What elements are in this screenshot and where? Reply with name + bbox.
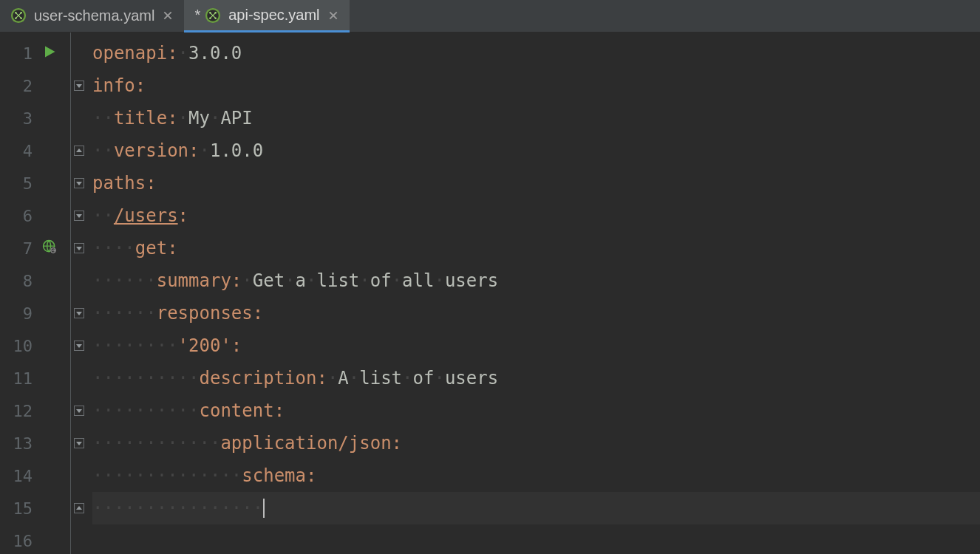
fold-toggle[interactable] [74,308,84,318]
fold-toggle[interactable] [74,503,84,513]
code-line[interactable]: ················ [92,492,980,524]
fold-toggle[interactable] [74,243,84,253]
code-line[interactable]: ····get: [92,232,980,264]
code-line[interactable]: ··············schema: [92,459,980,492]
line-number[interactable]: 2 [0,77,37,95]
line-number[interactable]: 11 [0,369,37,388]
editor: 12345678910111213141516 openapi:·3.0.0in… [0,33,980,554]
code-line[interactable]: paths: [92,167,980,199]
caret [263,499,265,518]
code-line[interactable]: ······responses: [92,297,980,329]
tab-api-spec-yaml[interactable]: *api-spec.yaml [184,0,349,33]
endpoint-icon[interactable] [42,239,57,257]
code-line[interactable]: ··/users: [92,199,980,232]
code-line[interactable]: ··········content: [92,394,980,427]
code-line[interactable] [92,524,980,554]
tab-label: user-schema.yaml [34,7,154,24]
code-line[interactable]: ········'200': [92,329,980,362]
line-number[interactable]: 4 [0,142,37,160]
fold-column [70,33,86,554]
code-line[interactable]: ··········description:·A·list·of·users [92,362,980,394]
fold-toggle[interactable] [74,341,84,351]
fold-toggle[interactable] [74,406,84,416]
line-number[interactable]: 8 [0,272,37,290]
line-number[interactable]: 1 [0,44,37,63]
gutter: 12345678910111213141516 [0,33,70,554]
fold-toggle[interactable] [74,146,84,156]
line-number[interactable]: 10 [0,337,37,355]
fold-toggle[interactable] [74,438,84,448]
line-number[interactable]: 15 [0,499,37,518]
line-number[interactable]: 3 [0,109,37,128]
close-icon[interactable] [162,10,174,21]
fold-toggle[interactable] [74,81,84,91]
line-number[interactable]: 9 [0,304,37,323]
code-area[interactable]: openapi:·3.0.0info:··title:·My·API··vers… [86,33,980,554]
fold-toggle[interactable] [74,178,84,188]
line-number[interactable]: 5 [0,174,37,193]
code-line[interactable]: ··version:·1.0.0 [92,134,980,167]
fold-toggle[interactable] [74,211,84,221]
code-line[interactable]: info: [92,69,980,102]
line-number[interactable]: 12 [0,402,37,420]
swagger-icon [205,7,221,24]
code-line[interactable]: ······summary:·Get·a·list·of·all·users [92,264,980,297]
close-icon[interactable] [327,10,339,21]
code-line[interactable]: ············application/json: [92,427,980,459]
modified-indicator: * [194,7,200,24]
line-number[interactable]: 13 [0,434,37,453]
line-number[interactable]: 7 [0,239,37,258]
line-number[interactable]: 14 [0,467,37,485]
tab-bar: user-schema.yaml*api-spec.yaml [0,0,980,33]
tab-user-schema-yaml[interactable]: user-schema.yaml [0,0,184,31]
line-number[interactable]: 6 [0,207,37,225]
code-line[interactable]: ··title:·My·API [92,102,980,134]
line-number[interactable]: 16 [0,532,37,550]
tab-label: api-spec.yaml [228,7,319,24]
swagger-icon [10,7,27,24]
run-icon[interactable] [43,45,56,61]
code-line[interactable]: openapi:·3.0.0 [92,37,980,69]
